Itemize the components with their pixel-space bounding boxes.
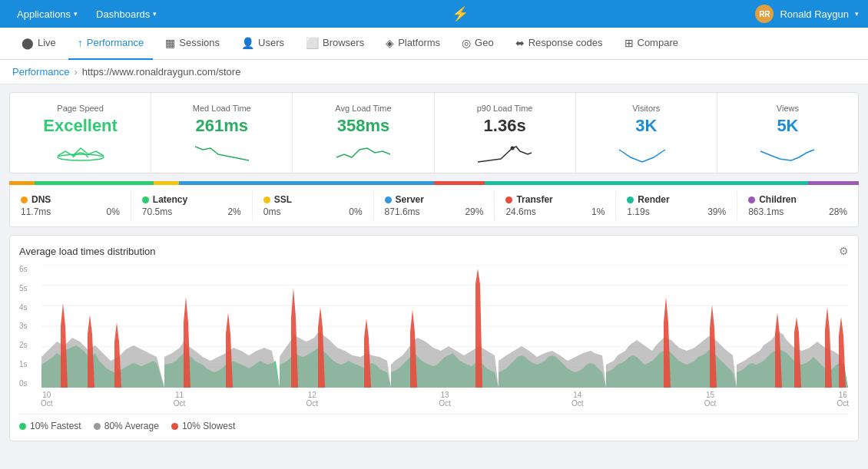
timing-pct: 0% <box>349 206 362 217</box>
tab-performance-label: Performance <box>87 37 144 48</box>
chart-section: Average load times distribution ⚙ 6s 5s … <box>9 235 859 441</box>
dashboards-chevron: ▾ <box>153 10 157 18</box>
metric-views-label: Views <box>777 104 799 113</box>
svg-point-0 <box>58 154 104 160</box>
timing-pct: 29% <box>465 206 483 217</box>
y-label-6s: 6s <box>19 265 28 273</box>
tab-compare-label: Compare <box>638 37 678 48</box>
legend-average-dot <box>94 423 101 430</box>
color-bar <box>9 181 859 185</box>
x-label-oct16: 16Oct <box>837 391 849 408</box>
tab-response-codes[interactable]: ⬌ Response codes <box>506 28 612 60</box>
geo-icon: ◎ <box>462 37 471 49</box>
tab-browsers[interactable]: ⬜ Browsers <box>297 28 373 60</box>
applications-menu[interactable]: Applications ▾ <box>9 5 85 23</box>
timing-pct: 2% <box>227 206 240 217</box>
timing-dot <box>627 197 634 203</box>
top-nav-left: Applications ▾ Dashboards ▾ <box>9 5 164 23</box>
timing-pct: 1% <box>591 206 605 217</box>
timing-item-latency: Latency 70.5ms 2% <box>131 191 253 220</box>
timing-dot <box>505 197 512 203</box>
timing-label: Server <box>396 194 424 205</box>
breadcrumb: Performance › https://www.ronaldraygun.c… <box>0 60 868 84</box>
metric-avg-load-value: 358ms <box>337 116 390 136</box>
y-label-5s: 5s <box>19 284 28 292</box>
dashboards-label: Dashboards <box>96 8 150 20</box>
tab-users[interactable]: 👤 Users <box>232 28 293 60</box>
x-label-oct11: 11Oct <box>174 391 186 408</box>
tab-platforms-label: Platforms <box>398 37 440 48</box>
timing-value: 1.19s <box>627 206 649 217</box>
live-icon: ⬤ <box>22 37 34 49</box>
metric-avg-load-sparkline <box>333 140 394 165</box>
tab-platforms[interactable]: ◈ Platforms <box>376 28 449 60</box>
legend-fastest-label: 10% Fastest <box>30 421 81 431</box>
timing-item-dns: DNS 11.7ms 0% <box>10 191 131 220</box>
y-label-0s: 0s <box>19 379 28 388</box>
svg-marker-30 <box>364 319 371 388</box>
timing-pct: 39% <box>707 206 726 217</box>
x-label-oct15: 15Oct <box>704 391 717 408</box>
breadcrumb-link[interactable]: Performance <box>12 66 69 78</box>
tab-performance[interactable]: ↑ Performance <box>68 28 153 60</box>
tab-compare[interactable]: ⊞ Compare <box>615 28 687 60</box>
gear-icon[interactable]: ⚙ <box>839 245 849 257</box>
timing-value: 11.7ms <box>21 206 51 217</box>
metric-visitors-value: 3K <box>635 116 657 136</box>
svg-marker-16 <box>41 338 164 388</box>
tab-live[interactable]: ⬤ Live <box>12 28 65 60</box>
timing-label: Latency <box>153 194 187 205</box>
metric-p90-load-label: p90 Load Time <box>477 104 533 113</box>
timing-dot <box>263 197 270 203</box>
timing-label: Transfer <box>516 194 552 205</box>
users-icon: 👤 <box>241 37 254 49</box>
metric-visitors: Visitors 3K <box>576 93 717 173</box>
avatar: RR <box>755 5 774 23</box>
top-nav-right: RR Ronald Raygun ▾ <box>755 5 859 23</box>
timing-label: SSL <box>274 194 292 205</box>
legend-fastest-dot <box>19 423 26 430</box>
timing-label: Render <box>638 194 669 205</box>
timing-header: Server <box>385 194 484 205</box>
legend-slowest-label: 10% Slowest <box>182 421 235 431</box>
timing-header: Render <box>627 194 726 205</box>
metric-avg-load-label: Avg Load Time <box>335 104 391 113</box>
timing-header: Transfer <box>505 194 605 205</box>
metrics-row: Page Speed Excellent Med Load Time 261ms… <box>9 92 859 173</box>
tab-sessions[interactable]: ▦ Sessions <box>156 28 229 60</box>
timing-value: 0ms <box>263 206 281 217</box>
timing-item-server: Server 871.6ms 29% <box>374 191 495 220</box>
tab-sessions-label: Sessions <box>179 37 220 48</box>
timing-pct: 28% <box>829 206 847 217</box>
timing-header: Latency <box>142 194 241 205</box>
svg-marker-38 <box>839 317 846 388</box>
timing-header: SSL <box>263 194 363 205</box>
svg-marker-26 <box>184 297 190 388</box>
metric-p90-load: p90 Load Time 1.36s <box>435 93 576 173</box>
sessions-icon: ▦ <box>165 37 175 49</box>
timing-pct: 0% <box>107 206 120 217</box>
top-nav: Applications ▾ Dashboards ▾ ⚡ RR Ronald … <box>0 0 868 28</box>
dashboards-menu[interactable]: Dashboards ▾ <box>88 5 164 23</box>
timing-value: 70.5ms <box>142 206 172 217</box>
y-label-1s: 1s <box>19 360 28 368</box>
legend-slowest: 10% Slowest <box>171 421 235 431</box>
timing-item-children: Children 863.1ms 28% <box>737 191 858 220</box>
chart-header: Average load times distribution ⚙ <box>19 245 849 257</box>
top-nav-center: ⚡ <box>452 5 469 22</box>
timing-values: 871.6ms 29% <box>385 206 484 217</box>
tab-geo-label: Geo <box>475 37 494 48</box>
timing-dot <box>385 197 392 203</box>
tab-geo[interactable]: ◎ Geo <box>452 28 503 60</box>
metric-page-speed-value: Excellent <box>43 116 118 136</box>
timing-dot <box>142 197 149 203</box>
timing-dot <box>21 197 28 203</box>
timing-values: 863.1ms 28% <box>748 206 847 217</box>
chart-legend: 10% Fastest 80% Average 10% Slowest <box>19 414 849 431</box>
svg-marker-17 <box>164 342 280 388</box>
metric-views-value: 5K <box>777 116 798 136</box>
metric-avg-load: Avg Load Time 358ms <box>293 93 434 173</box>
breadcrumb-separator: › <box>74 66 77 78</box>
metric-med-load: Med Load Time 261ms <box>151 93 293 173</box>
legend-average: 80% Average <box>94 421 159 431</box>
